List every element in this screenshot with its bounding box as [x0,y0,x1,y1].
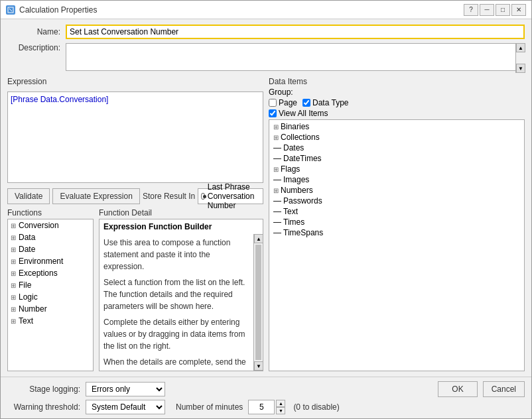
store-result-label: Store Result In [143,192,195,201]
tree-expand-icon: ⊞ [273,134,279,141]
store-result-input[interactable]: Last Phrase Conversation Number [198,188,263,204]
function-item[interactable]: ⊞Data [8,231,93,243]
tree-spacer: — [273,228,281,237]
function-item-label: Text [19,316,33,326]
tree-item-label: Collections [281,133,320,142]
detail-line4: When the details are complete, send the [103,356,249,368]
detail-scroll-down[interactable]: ▼ [254,361,263,371]
scroll-track [516,52,525,64]
expand-icon: ⊞ [11,234,16,241]
view-all-checkbox-label[interactable]: View All Items [269,109,328,118]
detail-scrollbar[interactable]: ▲ ▼ [253,234,263,371]
tree-item[interactable]: ⊞Collections [271,132,523,143]
store-result-value: Last Phrase Conversation Number [208,182,260,210]
page-checkbox[interactable] [269,99,277,107]
evaluate-button[interactable]: Evaluate Expression [52,188,139,204]
datatype-label: Data Type [312,98,348,107]
expand-icon: ⊞ [11,246,16,253]
tree-item[interactable]: —TimeSpans [271,227,523,238]
minutes-spinner: ▲ ▼ [248,400,285,414]
function-item[interactable]: ⊞File [8,279,93,291]
function-item[interactable]: ⊞Logic [8,291,93,303]
tree-item-label: Images [283,175,309,184]
number-of-minutes-label: Number of minutes [176,402,243,412]
spinner-up-button[interactable]: ▲ [276,400,285,407]
tree-item[interactable]: ⊞Binaries [271,121,523,132]
expand-icon: ⊞ [11,282,16,289]
tree-item[interactable]: ⊞Flags [271,164,523,174]
stage-logging-label: Stage logging: [7,385,80,394]
description-input[interactable] [66,43,525,71]
page-checkbox-label[interactable]: Page [269,98,297,107]
function-item[interactable]: ⊞Date [8,243,93,255]
expression-value: [Phrase Data.Conversation] [11,95,108,104]
function-item[interactable]: ⊞Conversion [8,219,93,231]
spinner-down-button[interactable]: ▼ [276,407,285,414]
function-item-label: Number [19,304,47,314]
name-input[interactable] [66,25,525,39]
function-item-label: Exceptions [19,269,58,278]
stage-logging-select[interactable]: Errors only [86,382,165,396]
minimize-button[interactable]: ─ [480,4,494,16]
minutes-input[interactable] [248,400,275,414]
function-item[interactable]: ⊞Number [8,303,93,315]
tree-item-label: Flags [281,164,300,174]
right-panel: Data Items Group: Page Data Type [269,77,525,371]
scroll-up-arrow[interactable]: ▲ [516,43,525,52]
tree-item[interactable]: —Images [271,174,523,185]
tree-item[interactable]: —Passwords [271,196,523,206]
expand-icon: ⊞ [11,222,16,229]
tree-item[interactable]: —Dates [271,143,523,153]
titlebar-left: Calculation Properties [6,5,97,15]
calc-icon [6,5,15,15]
description-scrollbar[interactable]: ▲ ▼ [515,43,525,73]
stage-logging-row: Stage logging: Errors only OK Cancel [7,381,525,397]
datatype-checkbox-label[interactable]: Data Type [302,98,348,107]
scroll-down-arrow[interactable]: ▼ [516,64,525,73]
expand-icon: ⊞ [11,258,16,265]
functions-panel: Functions ⊞Conversion⊞Data⊞Date⊞Environm… [7,208,94,371]
close-button[interactable]: ✕ [511,4,526,16]
tree-item[interactable]: —DateTimes [271,153,523,164]
function-item[interactable]: ⊞Exceptions [8,267,93,279]
warning-threshold-select[interactable]: System Default [86,400,165,414]
buttons-row: Validate Evaluate Expression Store Resul… [7,188,263,204]
function-item[interactable]: ⊞Environment [8,255,93,267]
view-all-checkbox[interactable] [269,109,277,117]
validate-button[interactable]: Validate [7,188,50,204]
detail-line2: Select a function from the list on the l… [103,276,249,312]
expand-icon: ⊞ [11,306,16,313]
cancel-button[interactable]: Cancel [483,381,525,397]
detail-scroll-thumb [255,245,261,360]
detail-box: Expression Function Builder Use this are… [99,219,263,371]
function-item[interactable]: ⊞Text [8,315,93,327]
tree-expand-icon: ⊞ [273,123,279,131]
window-title: Calculation Properties [19,5,97,15]
datatype-checkbox[interactable] [302,99,310,107]
help-button[interactable]: ? [464,4,478,16]
main-area: Expression [Phrase Data.Conversation] Va… [7,77,525,371]
tree-spacer: — [273,154,281,163]
expand-icon: ⊞ [11,294,16,301]
name-row: Name: [7,25,525,39]
detail-scroll-up[interactable]: ▲ [254,234,263,243]
data-items-tree[interactable]: ⊞Binaries⊞Collections—Dates—DateTimes⊞Fl… [269,119,525,371]
spinner-buttons: ▲ ▼ [276,400,285,414]
data-items-title: Data Items [269,77,525,86]
function-item-label: Date [19,245,35,254]
tree-item[interactable]: —Text [271,206,523,217]
left-panel: Expression [Phrase Data.Conversation] Va… [7,77,263,371]
functions-list[interactable]: ⊞Conversion⊞Data⊞Date⊞Environment⊞Except… [7,219,94,371]
ok-button[interactable]: OK [438,381,477,397]
tree-item[interactable]: —Times [271,217,523,227]
page-label: Page [279,98,297,107]
tree-item-label: TimeSpans [283,228,323,237]
expression-box[interactable]: [Phrase Data.Conversation] [7,91,263,183]
group-row: Group: [269,88,525,97]
tree-item[interactable]: ⊞Numbers [271,185,523,196]
detail-content: Use this area to compose a function stat… [100,234,253,371]
disable-label: (0 to disable) [293,402,339,412]
warning-threshold-row: Warning threshold: System Default Number… [7,400,525,414]
maximize-button[interactable]: □ [496,4,510,16]
tree-spacer: — [273,196,281,206]
